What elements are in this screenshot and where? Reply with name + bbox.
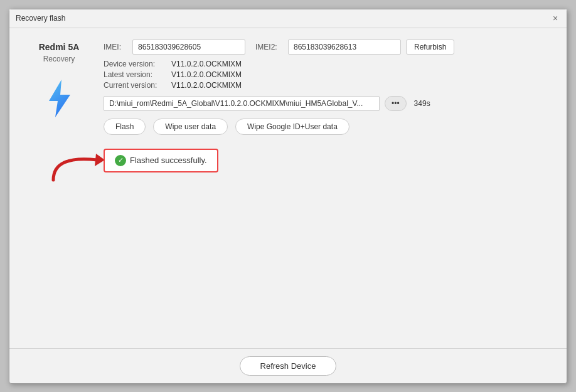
window-title: Recovery flash <box>16 14 65 23</box>
path-row: ••• 349s <box>104 96 552 111</box>
imei2-label: IMEI2: <box>255 43 283 51</box>
footer: Refresh Device <box>9 348 567 383</box>
titlebar: Recovery flash × <box>9 9 567 28</box>
wipe-google-button[interactable]: Wipe Google ID+User data <box>235 119 349 135</box>
status-area: ✓ Flashed successfully. <box>104 149 552 341</box>
close-button[interactable]: × <box>550 13 560 23</box>
timer-label: 349s <box>414 99 430 108</box>
current-version-value: V11.0.2.0.OCKMIXM <box>171 81 242 90</box>
lightning-icon <box>44 78 74 119</box>
imei-label: IMEI: <box>104 43 127 51</box>
main-area: Redmi 5A Recovery IMEI: <box>24 40 552 341</box>
main-window: Recovery flash × Redmi 5A Recovery <box>9 9 567 384</box>
imei-row: IMEI: IMEI2: Refurbish <box>104 40 552 55</box>
imei-input[interactable] <box>132 40 245 55</box>
latest-version-value: V11.0.2.0.OCKMIXM <box>171 70 242 79</box>
left-panel: Redmi 5A Recovery <box>24 40 93 341</box>
right-panel: IMEI: IMEI2: Refurbish Device version: V… <box>104 40 552 341</box>
refresh-device-button[interactable]: Refresh Device <box>240 356 337 376</box>
version-rows: Device version: V11.0.2.0.OCKMIXM Latest… <box>104 60 552 90</box>
latest-version-label: Latest version: <box>104 70 166 79</box>
success-icon: ✓ <box>115 155 126 166</box>
device-version-label: Device version: <box>104 60 166 68</box>
version-row-current: Current version: V11.0.2.0.OCKMIXM <box>104 81 552 90</box>
imei2-input[interactable] <box>288 40 401 55</box>
device-name: Redmi 5A <box>39 42 80 52</box>
success-box: ✓ Flashed successfully. <box>104 149 218 172</box>
more-button[interactable]: ••• <box>385 96 407 111</box>
svg-marker-0 <box>49 80 70 117</box>
wipe-user-data-button[interactable]: Wipe user data <box>153 119 228 135</box>
version-row-device: Device version: V11.0.2.0.OCKMIXM <box>104 60 552 68</box>
status-wrapper: ✓ Flashed successfully. <box>104 149 218 172</box>
action-buttons: Flash Wipe user data Wipe Google ID+User… <box>104 119 552 135</box>
path-input[interactable] <box>104 96 380 111</box>
device-mode: Recovery <box>43 55 75 63</box>
version-row-latest: Latest version: V11.0.2.0.OCKMIXM <box>104 70 552 79</box>
content-area: Redmi 5A Recovery IMEI: <box>9 28 567 348</box>
success-text: Flashed successfully. <box>130 156 207 165</box>
current-version-label: Current version: <box>104 81 166 90</box>
device-version-value: V11.0.2.0.OCKMIXM <box>171 60 242 68</box>
refurbish-button[interactable]: Refurbish <box>406 40 454 55</box>
flash-button[interactable]: Flash <box>104 119 146 135</box>
